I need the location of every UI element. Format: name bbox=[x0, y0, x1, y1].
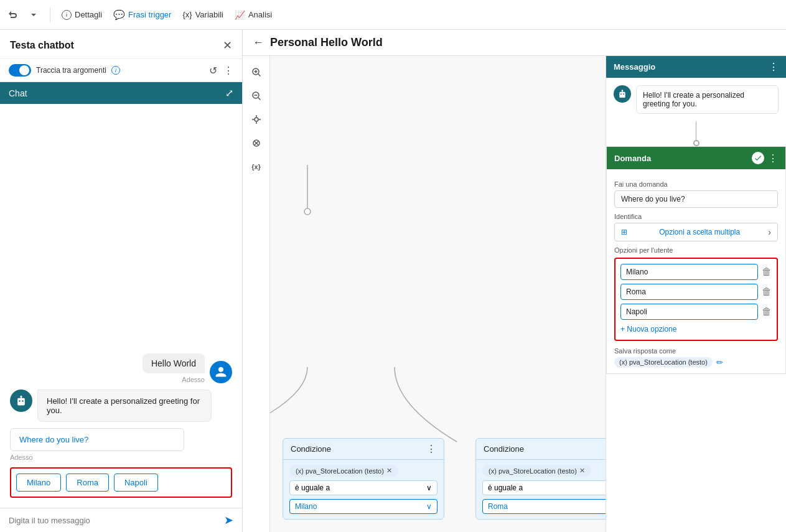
right-panel: Messaggio ⋮ Hello! I'll create a persona… bbox=[606, 56, 786, 532]
condition-header-0: Condizione ⋮ bbox=[283, 439, 444, 460]
toggle-label: Traccia tra argomenti bbox=[36, 66, 106, 75]
option-input-2[interactable] bbox=[620, 304, 758, 320]
variabili-tab[interactable]: {x} Variabili bbox=[182, 10, 223, 19]
option-milano[interactable]: Milano bbox=[16, 474, 61, 492]
analisi-tab[interactable]: 📈 Analisi bbox=[235, 10, 272, 20]
chatbot-panel-header: Testa chatbot ✕ bbox=[0, 30, 242, 59]
chat-body: Hello World Adesso Hello! I'll create a … bbox=[0, 104, 242, 508]
info-icon[interactable]: i bbox=[111, 66, 120, 75]
bot-avatar bbox=[10, 390, 32, 412]
add-option-button[interactable]: + Nuova opzione bbox=[620, 324, 676, 335]
toolbar: i Dettagli 💬 Frasi trigger {x} Variabili… bbox=[0, 0, 786, 30]
panel-title: Testa chatbot bbox=[10, 40, 74, 51]
delete-option-2[interactable]: 🗑 bbox=[762, 306, 772, 317]
toggle-switch[interactable] bbox=[9, 64, 31, 77]
domanda-node: Domanda ⋮ Fai una domanda Wher bbox=[606, 146, 786, 374]
svg-point-16 bbox=[304, 208, 311, 215]
left-panel: Testa chatbot ✕ Traccia tra argomenti i … bbox=[0, 30, 243, 532]
variables-icon: {x} bbox=[182, 10, 192, 19]
cond-tag-remove-1[interactable]: ✕ bbox=[579, 467, 585, 475]
option-row-2: 🗑 bbox=[620, 304, 772, 320]
message-node: Messaggio ⋮ Hello! I'll create a persona… bbox=[606, 56, 786, 121]
zoom-in-button[interactable] bbox=[246, 62, 266, 82]
chevron-down-icon: ∨ bbox=[426, 483, 432, 492]
chat-input-row: ➤ bbox=[0, 508, 242, 532]
message-node-header: Messaggio ⋮ bbox=[606, 56, 786, 78]
condition-body-0: (x) pva_StoreLocation (testo) ✕ è uguale… bbox=[283, 460, 444, 520]
chat-question: Where do you live? bbox=[10, 428, 184, 451]
domanda-body: Fai una domanda Where do you live? Ident… bbox=[607, 169, 785, 373]
svg-line-1 bbox=[258, 74, 261, 77]
domanda-more[interactable]: ⋮ bbox=[768, 152, 778, 164]
condition-header-1: Condizione ⋮ bbox=[476, 439, 606, 460]
chat-icon: 💬 bbox=[113, 9, 125, 21]
edit-icon[interactable]: ✏ bbox=[716, 358, 723, 367]
refresh-button[interactable]: ↺ bbox=[209, 65, 217, 77]
zoom-controls: {x} bbox=[243, 56, 270, 532]
flow-canvas: Condizione ⋮ (x) pva_StoreLocation (test… bbox=[270, 56, 606, 532]
option-input-0[interactable] bbox=[620, 264, 758, 280]
question-timestamp: Adesso bbox=[10, 454, 232, 461]
back-button[interactable]: ← bbox=[253, 36, 264, 49]
svg-point-7 bbox=[255, 118, 258, 121]
salva-badge: (x) pva_StoreLocation (testo) bbox=[614, 357, 713, 367]
salva-label: Salva risposta come bbox=[614, 347, 778, 355]
message-timestamp: Adesso bbox=[182, 376, 205, 383]
grid-icon: ⊞ bbox=[621, 228, 627, 236]
icon-row: ↺ ⋮ bbox=[209, 65, 233, 77]
send-button[interactable]: ➤ bbox=[224, 513, 233, 527]
option-input-1[interactable] bbox=[620, 284, 758, 300]
chat-input[interactable] bbox=[9, 516, 219, 525]
canvas-area: ← Personal Hello World {x} bbox=[243, 30, 786, 532]
identifica-field[interactable]: ⊞ Opzioni a scelta multipla › bbox=[614, 223, 778, 241]
variable-button[interactable]: {x} bbox=[246, 157, 266, 177]
condition-cards-row: Condizione ⋮ (x) pva_StoreLocation (test… bbox=[283, 438, 606, 520]
svg-line-5 bbox=[258, 98, 261, 100]
connector bbox=[606, 121, 786, 146]
chevron-right-icon: › bbox=[768, 227, 771, 237]
canvas-title: Personal Hello World bbox=[270, 36, 383, 49]
expand-icon[interactable]: ⤢ bbox=[225, 87, 233, 99]
cond-tag-remove-0[interactable]: ✕ bbox=[386, 467, 392, 475]
toggle-row: Traccia tra argomenti i bbox=[9, 64, 120, 77]
message-text: Hello! I'll create a personalized greeti… bbox=[636, 85, 779, 114]
location-button[interactable] bbox=[246, 110, 266, 129]
message-bubble: Hello! I'll create a personalized greeti… bbox=[614, 85, 779, 114]
chat-header: Chat ⤢ bbox=[0, 82, 242, 104]
chat-label: Chat bbox=[9, 88, 27, 98]
cond-value-0[interactable]: Milano ∨ bbox=[289, 499, 437, 514]
togglebar: Traccia tra argomenti i ↺ ⋮ bbox=[0, 59, 242, 82]
more-button[interactable]: ⋮ bbox=[223, 65, 233, 77]
condition-card-1: Condizione ⋮ (x) pva_StoreLocation (test… bbox=[475, 438, 606, 520]
chat-options-row: Milano Roma Napoli bbox=[10, 467, 232, 498]
dropdown-button[interactable] bbox=[29, 10, 39, 20]
bot-message: Hello! I'll create a personalized greeti… bbox=[10, 390, 232, 422]
cond-operator-0[interactable]: è uguale a ∨ bbox=[289, 480, 437, 495]
undo-button[interactable] bbox=[7, 10, 17, 20]
canvas-flow-area: Condizione ⋮ (x) pva_StoreLocation (test… bbox=[270, 56, 606, 532]
user-message: Hello World Adesso bbox=[10, 353, 232, 383]
cond-tag-0: (x) pva_StoreLocation (testo) ✕ bbox=[289, 465, 398, 477]
check-icon bbox=[752, 152, 764, 164]
delete-option-0[interactable]: 🗑 bbox=[762, 266, 772, 278]
frasi-trigger-tab[interactable]: 💬 Frasi trigger bbox=[113, 9, 171, 21]
opzioni-label: Opzioni per l'utente bbox=[614, 246, 778, 254]
condition-more-0[interactable]: ⋮ bbox=[426, 443, 436, 455]
reset-button[interactable] bbox=[246, 133, 266, 153]
option-roma[interactable]: Roma bbox=[66, 474, 109, 492]
cond-value-1[interactable]: Roma ∨ bbox=[482, 499, 606, 514]
bot-icon bbox=[614, 85, 631, 103]
delete-option-1[interactable]: 🗑 bbox=[762, 286, 772, 297]
dettagli-tab[interactable]: i Dettagli bbox=[62, 10, 102, 20]
question-field: Where do you live? bbox=[614, 190, 778, 208]
close-button[interactable]: ✕ bbox=[223, 39, 232, 52]
question-container: Where do you live? Adesso bbox=[10, 428, 232, 461]
salva-value: (x) pva_StoreLocation (testo) ✏ bbox=[614, 357, 778, 367]
zoom-out-button[interactable] bbox=[246, 86, 266, 106]
fai-domanda-label: Fai una domanda bbox=[614, 180, 778, 188]
cond-operator-1[interactable]: è uguale a ∨ bbox=[482, 480, 606, 495]
message-node-more[interactable]: ⋮ bbox=[769, 61, 779, 73]
bot-bubble: Hello! I'll create a personalized greeti… bbox=[37, 390, 212, 422]
option-row-0: 🗑 bbox=[620, 264, 772, 280]
option-napoli[interactable]: Napoli bbox=[114, 474, 158, 492]
